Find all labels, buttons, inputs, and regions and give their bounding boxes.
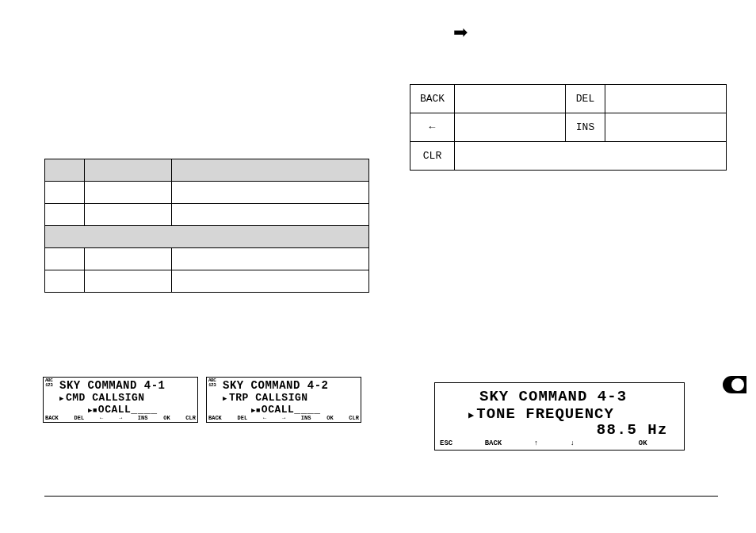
lcd-value: OCALL____ — [88, 404, 158, 416]
table-cell — [172, 270, 369, 293]
key-ins: INS — [566, 113, 605, 142]
softkey-ins: INS — [301, 415, 311, 421]
key-del: DEL — [566, 85, 605, 113]
table-header-cell — [172, 159, 369, 182]
softkey-bar: BACK DEL ← → INS OK CLR — [208, 415, 359, 421]
input-mode-indicator: ABC123 — [45, 378, 52, 388]
table-cell — [45, 270, 85, 293]
table-header-cell — [45, 159, 85, 182]
table-row: CLR — [410, 142, 727, 171]
softkey-ok: OK — [163, 415, 170, 421]
table-cell — [85, 182, 172, 204]
key-function-table: BACK DEL ← INS CLR — [410, 84, 727, 171]
table-row: BACK DEL — [410, 85, 727, 113]
table-cell — [45, 182, 85, 204]
table-cell — [172, 204, 369, 226]
softkey-clr: CLR — [349, 415, 359, 421]
softkey-up: ↑ — [534, 439, 538, 447]
lcd-value: 88.5 Hz — [597, 421, 668, 439]
key-left: ← — [410, 113, 455, 142]
continue-arrow-icon: ➡ — [453, 22, 468, 43]
key-ins-desc — [605, 113, 727, 142]
settings-table-left — [44, 159, 369, 293]
softkey-right: → — [282, 415, 285, 421]
table-cell — [85, 270, 172, 293]
footer-divider — [44, 496, 718, 497]
page-thumb-tab-icon — [723, 376, 746, 393]
table-row: ← INS — [410, 113, 727, 142]
softkey-ok: OK — [326, 415, 333, 421]
lcd-title: SKY COMMAND 4-1 — [59, 379, 166, 392]
table-cell — [172, 182, 369, 204]
softkey-back: BACK — [485, 439, 502, 447]
lcd-title: SKY COMMAND 4-3 — [479, 388, 627, 405]
key-del-desc — [605, 85, 727, 113]
lcd-title: SKY COMMAND 4-2 — [223, 379, 329, 392]
softkey-del: DEL — [238, 415, 248, 421]
softkey-left: ← — [263, 415, 266, 421]
key-clr: CLR — [410, 142, 455, 171]
softkey-down: ↓ — [570, 439, 574, 447]
softkey-bar: BACK DEL ← → INS OK CLR — [45, 415, 196, 421]
table-cell — [172, 248, 369, 270]
lcd-screen-trp-callsign: ABC123 SKY COMMAND 4-2 TRP CALLSIGN OCAL… — [206, 377, 361, 423]
table-cell — [85, 248, 172, 270]
softkey-left: ← — [100, 415, 103, 421]
lcd-menu-item: TONE FREQUENCY — [468, 405, 614, 423]
softkey-ins: INS — [138, 415, 148, 421]
key-clr-desc — [455, 142, 727, 171]
softkey-del: DEL — [74, 415, 85, 421]
softkey-right: → — [119, 415, 122, 421]
lcd-value: OCALL____ — [251, 404, 321, 416]
table-cell — [85, 204, 172, 226]
lcd-menu-item: TRP CALLSIGN — [223, 392, 308, 404]
lcd-menu-item: CMD CALLSIGN — [59, 392, 145, 404]
softkey-ok: OK — [639, 439, 647, 447]
softkey-back: BACK — [208, 415, 222, 421]
table-cell — [45, 248, 85, 270]
lcd-screen-tone-frequency: SKY COMMAND 4-3 TONE FREQUENCY 88.5 Hz E… — [434, 382, 685, 451]
softkey-back: BACK — [45, 415, 59, 421]
key-back-desc — [455, 85, 566, 113]
key-left-desc — [455, 113, 566, 142]
softkey-clr: CLR — [185, 415, 196, 421]
input-mode-indicator: ABC123 — [208, 378, 216, 388]
table-header-cell — [45, 226, 369, 248]
softkey-esc: ESC — [440, 439, 452, 447]
table-cell — [45, 204, 85, 226]
table-header-cell — [85, 159, 172, 182]
softkey-bar: ESC BACK ↑ ↓ OK — [440, 439, 679, 447]
key-back: BACK — [410, 85, 455, 113]
lcd-screen-cmd-callsign: ABC123 SKY COMMAND 4-1 CMD CALLSIGN OCAL… — [43, 377, 198, 423]
